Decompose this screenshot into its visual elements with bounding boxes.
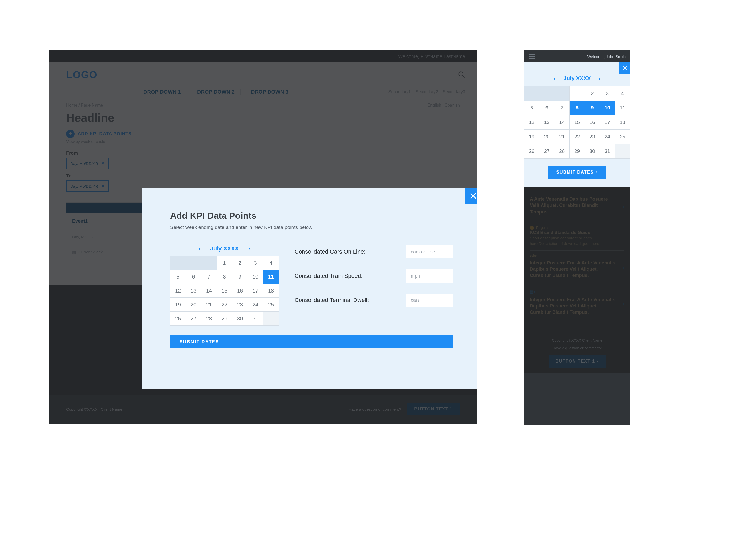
calendar-day[interactable]: 25 [615,130,630,144]
calendar-day[interactable]: 4 [263,256,279,270]
chevron-right-icon: › [221,340,223,344]
calendar-day[interactable]: 27 [539,144,554,159]
calendar-day[interactable]: 16 [232,284,248,298]
list-item[interactable]: Regular KCS Brand Standards Guide Short … [530,222,624,250]
calendar-day[interactable]: 26 [524,144,539,159]
calendar-day[interactable]: 14 [554,115,570,130]
mobile-next-month-button[interactable]: › [599,75,600,81]
calendar-day[interactable]: 25 [263,298,279,312]
calendar-day[interactable]: 14 [201,284,217,298]
next-month-button[interactable]: › [248,245,250,252]
calendar-day[interactable]: 30 [585,144,600,159]
calendar-day[interactable]: 30 [232,312,248,326]
calendar-day [615,144,630,159]
prev-month-button[interactable]: ‹ [199,245,201,252]
calendar-day[interactable]: 28 [554,144,570,159]
calendar-day[interactable]: 8 [217,270,232,284]
calendar-day [201,256,217,270]
divider [170,327,453,327]
calendar-day[interactable]: 29 [217,312,232,326]
calendar-day[interactable]: 7 [554,101,570,115]
calendar-day[interactable]: 6 [539,101,554,115]
input-train-speed[interactable]: mph [406,269,453,283]
calendar-day[interactable]: 10 [600,101,615,115]
calendar-day[interactable]: 5 [170,270,186,284]
calendar-day[interactable]: 13 [186,284,201,298]
calendar-day[interactable]: 3 [248,256,263,270]
calendar-month-label: July XXXX [210,245,239,252]
calendar-day[interactable]: 9 [585,101,600,115]
calendar-day[interactable]: 22 [570,130,585,144]
list-item[interactable]: Wire Integer Posuere Erat A Ante Venenat… [530,250,624,286]
calendar-day[interactable]: 21 [554,130,570,144]
mobile-footer-button[interactable]: BUTTON TEXT 1 › [549,355,606,368]
calendar-day[interactable]: 19 [524,130,539,144]
calendar-day[interactable]: 15 [217,284,232,298]
calendar-day[interactable]: 17 [600,115,615,130]
mobile-prev-month-button[interactable]: ‹ [554,75,556,81]
calendar-day[interactable]: 13 [539,115,554,130]
modal-close-button[interactable] [465,188,477,204]
calendar-day[interactable]: 20 [186,298,201,312]
calendar-day[interactable]: 24 [600,130,615,144]
calendar-day[interactable]: 18 [615,115,630,130]
mobile-calendar-month-label: July XXXX [564,75,591,81]
calendar-day[interactable]: 8 [570,101,585,115]
calendar-day[interactable]: 12 [524,115,539,130]
calendar-day[interactable]: 19 [170,298,186,312]
chevron-right-icon: › [623,265,624,271]
input-terminal-dwell[interactable]: cars [406,294,453,307]
calendar-day[interactable]: 9 [232,270,248,284]
list-item[interactable]: A Ante Venenatis Dapibus Posuere Velit A… [530,191,624,222]
calendar-day[interactable]: 12 [170,284,186,298]
calendar-day[interactable]: 2 [585,86,600,101]
calendar-day[interactable]: 22 [217,298,232,312]
calendar-day[interactable]: 23 [585,130,600,144]
calendar-day[interactable]: 31 [248,312,263,326]
calendar-day[interactable]: 15 [570,115,585,130]
mobile-footer-question: Have a question or comment? [529,346,626,350]
mobile-footer-copyright: Copyright ©XXXX Client Name [529,338,626,342]
calendar-day[interactable]: 28 [201,312,217,326]
calendar-day[interactable]: 1 [217,256,232,270]
kpi-modal: Add KPI Data Points Select week ending d… [142,188,477,389]
hamburger-icon[interactable] [529,54,535,59]
calendar-day[interactable]: 11 [263,270,279,284]
calendar-day[interactable]: 26 [170,312,186,326]
calendar-day[interactable]: 18 [263,284,279,298]
calendar-day[interactable]: 1 [570,86,585,101]
calendar-day[interactable]: 20 [539,130,554,144]
mobile-modal-close-button[interactable] [619,62,630,74]
calendar-day[interactable]: 2 [232,256,248,270]
badge-icon [530,226,534,230]
calendar-day[interactable]: 29 [570,144,585,159]
calendar-day[interactable]: 16 [585,115,600,130]
calendar-day[interactable]: 11 [615,101,630,115]
calendar-grid: 1234567891011121314151617181920212223242… [170,256,279,326]
field-label-cars-on-line: Consolidated Cars On Line: [295,248,365,255]
calendar-day[interactable]: 3 [600,86,615,101]
mobile-footer: Copyright ©XXXX Client Name Have a quest… [524,333,630,373]
calendar-day[interactable]: 5 [524,101,539,115]
list-item[interactable]: ▤▸ Integer Posuere Erat A Ante Venenatis… [530,286,624,322]
chevron-right-icon: › [596,170,598,175]
calendar-day[interactable]: 24 [248,298,263,312]
calendar-day[interactable]: 6 [186,270,201,284]
calendar-day[interactable]: 7 [201,270,217,284]
calendar-day [186,256,201,270]
calendar-day[interactable]: 21 [201,298,217,312]
divider [170,237,453,237]
calendar-day[interactable]: 23 [232,298,248,312]
list-icon: ▤▸ [530,289,617,295]
input-cars-on-line[interactable]: cars on line [406,245,453,258]
calendar-day [539,86,554,101]
calendar-day[interactable]: 17 [248,284,263,298]
calendar-day[interactable]: 10 [248,270,263,284]
calendar-day [263,312,279,326]
mobile-submit-dates-button[interactable]: SUBMIT DATES › [548,166,606,179]
field-label-train-speed: Consolidated Train Speed: [295,273,363,279]
calendar-day[interactable]: 4 [615,86,630,101]
submit-dates-button[interactable]: SUBMIT DATES › [170,335,453,348]
calendar-day[interactable]: 27 [186,312,201,326]
calendar-day[interactable]: 31 [600,144,615,159]
